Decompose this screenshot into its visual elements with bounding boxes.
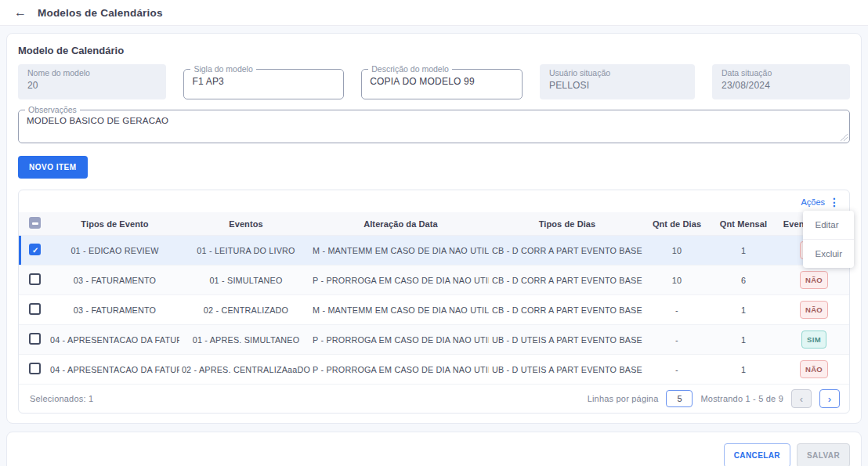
cell-tipos-de-dias: CB - D CORR A PART EVENTO BASE [489,276,646,285]
menu-item-editar[interactable]: Editar [803,211,854,239]
evento-padrao-badge: SIM [801,331,826,349]
select-all-checkbox[interactable] [29,217,41,229]
row-checkbox[interactable] [29,363,41,374]
cell-qnt-mensal: 1 [708,365,779,374]
cell-qnt-mensal: 1 [708,246,779,255]
evento-padrao-badge: NÃO [800,301,828,319]
data-situacao-field: Data situação 23/08/2024 [712,64,850,99]
cell-tipos-de-dias: CB - D CORR A PART EVENTO BASE [489,246,646,255]
cell-qnt-mensal: 1 [708,305,779,315]
col-qnt-de-dias: Qnt de Dias [646,219,708,229]
table-actions-bar: Ações ⋮ [19,190,849,212]
sigla-do-modelo-input[interactable] [192,75,335,89]
rows-per-page-select[interactable]: 5 [666,390,693,407]
sigla-do-modelo-field: Sigla do modelo [183,64,344,99]
menu-item-excluir[interactable]: Excluir [803,239,854,268]
back-arrow-icon[interactable]: ← [14,6,27,19]
cell-evento: 02 - APRES. CENTRALIZAaaDO [179,365,313,374]
sigla-do-modelo-label: Sigla do modelo [190,64,255,74]
cell-qnt-de-dias: - [646,365,708,374]
top-app-bar: ← Modelos de Calendários [0,0,868,26]
selected-count-label: Selecionados: 1 [30,394,93,403]
table-row[interactable]: 04 - APRESENTACAO DA FATURA 01 - APRES. … [19,325,849,355]
prev-page-button[interactable]: ‹ [791,389,812,408]
cell-evento: 01 - APRES. SIMULTANEO [179,335,313,345]
col-tipos-de-evento: Tipos de Evento [50,219,179,229]
row-checkbox[interactable] [29,303,41,315]
observacoes-textarea[interactable]: MODELO BASICO DE GERACAO [27,114,841,136]
fields-row: Nome do modelo 20 Sigla do modelo Descri… [18,64,850,99]
cell-qnt-de-dias: - [646,305,708,315]
novo-item-button[interactable]: NOVO ITEM [18,156,88,179]
cell-alteracao-da-data: M - MANTEMM EM CASO DE DIA NAO UTIL [313,305,489,315]
col-tipos-de-dias: Tipos de Dias [489,219,646,229]
cell-tipos-de-dias: UB - D UTEIS A PART EVENTO BASE [489,335,646,345]
cell-tipos-de-dias: CB - D CORR A PART EVENTO BASE [489,305,646,315]
cell-alteracao-da-data: P - PRORROGA EM CASO DE DIA NAO UTIL [313,365,489,374]
descricao-do-modelo-label: Descrição do modelo [368,64,452,74]
cell-evento: 01 - LEITURA DO LIVRO [179,246,313,255]
col-qnt-mensal: Qnt Mensal [708,219,779,229]
observacoes-field: Observações MODELO BASICO DE GERACAO [18,105,850,143]
cell-qnt-mensal: 1 [708,335,779,345]
cancelar-button[interactable]: CANCELAR [724,443,790,466]
table-header-row: Tipos de Evento Eventos Alteração da Dat… [19,212,849,236]
table-row[interactable]: 03 - FATURAMENTO 01 - SIMULTANEO P - PRO… [19,266,849,295]
evento-padrao-badge: NÃO [800,271,828,289]
table-footer: Selecionados: 1 Linhas por página 5 Most… [19,385,849,413]
nome-do-modelo-field: Nome do modelo 20 [18,64,166,99]
nome-do-modelo-value: 20 [27,80,157,91]
cell-tipo-evento: 04 - APRESENTACAO DA FATURA [50,335,179,345]
cell-evento: 01 - SIMULTANEO [179,276,313,285]
cell-tipo-evento: 03 - FATURAMENTO [50,305,179,315]
cell-tipo-evento: 04 - APRESENTACAO DA FATURA [50,365,179,374]
descricao-do-modelo-input[interactable] [370,75,514,89]
cell-qnt-mensal: 6 [708,276,779,285]
cell-tipo-evento: 01 - EDICAO REVIEW [50,246,179,255]
row-checkbox[interactable] [29,244,41,255]
col-eventos: Eventos [179,219,313,229]
acoes-button[interactable]: Ações [801,197,825,207]
next-page-button[interactable]: › [819,389,840,408]
usuario-situacao-field: Usuário situação PELLOSI [540,64,695,99]
row-checkbox[interactable] [29,333,41,345]
cell-alteracao-da-data: P - PRORROGA EM CASO DE DIA NAO UTIL [313,276,489,285]
textarea-resize-grip-icon[interactable] [841,134,848,141]
data-situacao-label: Data situação [722,68,841,78]
col-alteracao-da-data: Alteração da Data [313,219,489,229]
cell-qnt-de-dias: - [646,335,708,345]
cell-qnt-de-dias: 10 [646,276,708,285]
descricao-do-modelo-field: Descrição do modelo [361,64,523,99]
salvar-button[interactable]: SALVAR [797,443,850,466]
cell-tipos-de-dias: UB - D UTEIS A PART EVENTO BASE [489,365,646,374]
data-situacao-value: 23/08/2024 [722,80,841,91]
showing-range-label: Mostrando 1 - 5 de 9 [700,394,783,403]
actions-dropdown-menu: Editar Excluir [803,211,854,268]
model-card: Modelo de Calendário Nome do modelo 20 S… [6,33,862,424]
table-row[interactable]: 01 - EDICAO REVIEW 01 - LEITURA DO LIVRO… [19,236,849,266]
cell-alteracao-da-data: M - MANTEMM EM CASO DE DIA NAO UTIL [313,246,489,255]
table-body: 01 - EDICAO REVIEW 01 - LEITURA DO LIVRO… [19,236,849,385]
items-table: Ações ⋮ Editar Excluir Tipos de Evento E… [18,190,850,414]
usuario-situacao-value: PELLOSI [549,80,685,91]
cell-evento: 02 - CENTRALIZADO [179,305,313,315]
cell-qnt-de-dias: 10 [646,246,708,255]
cell-alteracao-da-data: P - PRORROGA EM CASO DE DIA NAO UTIL [313,335,489,345]
nome-do-modelo-label: Nome do modelo [27,68,157,78]
cell-tipo-evento: 03 - FATURAMENTO [50,276,179,285]
row-checkbox[interactable] [29,273,41,285]
page-title: Modelos de Calendários [38,7,163,19]
observacoes-label: Observações [25,105,80,114]
table-row[interactable]: 03 - FATURAMENTO 02 - CENTRALIZADO M - M… [19,295,849,325]
rows-per-page-label: Linhas por página [588,394,659,403]
kebab-menu-icon[interactable]: ⋮ [829,197,840,208]
table-row[interactable]: 04 - APRESENTACAO DA FATURA 02 - APRES. … [19,355,849,385]
usuario-situacao-label: Usuário situação [549,68,685,78]
section-title: Modelo de Calendário [18,45,850,56]
bottom-action-bar: CANCELAR SALVAR [6,432,862,466]
evento-padrao-badge: NÃO [800,360,828,378]
